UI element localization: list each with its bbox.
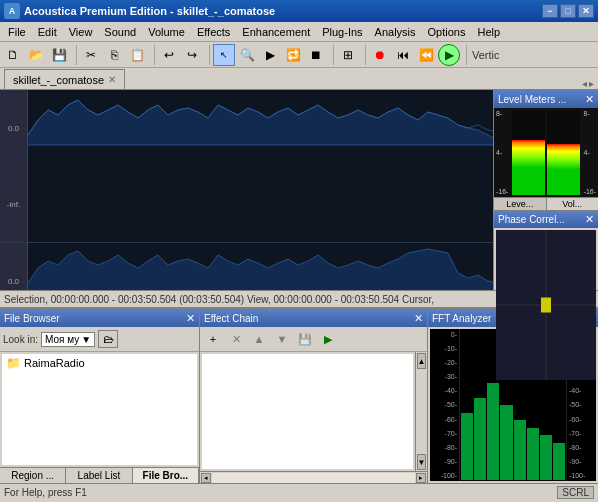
phase-correl-header: Phase Correl... ✕ [494,211,598,228]
eff-remove-btn[interactable]: ✕ [225,329,247,349]
effect-chain-header: Effect Chain ✕ [200,309,427,327]
phase-correl-close[interactable]: ✕ [585,213,594,226]
svg-rect-0 [28,90,493,242]
track1-wave[interactable] [28,90,493,242]
right-panel: Level Meters ... ✕ 8- 4- -16- [493,90,598,290]
lm-tab-vol[interactable]: Vol... [547,198,599,210]
tb-cut[interactable]: ✂ [80,44,102,66]
hscroll-track [212,473,415,483]
menu-options[interactable]: Options [422,24,472,40]
level-meters-panel: Level Meters ... ✕ 8- 4- -16- [494,90,598,210]
eff-down-btn[interactable]: ▼ [271,329,293,349]
level-meters-header: Level Meters ... ✕ [494,90,598,108]
lm-bar-1 [512,110,545,195]
tb-play[interactable]: ▶ [259,44,281,66]
menu-file[interactable]: File [2,24,32,40]
tb-sep5 [362,45,366,65]
tb-record[interactable]: ⏹ [305,44,327,66]
effect-scrollbar[interactable]: ▲ ▼ [415,352,427,471]
tb-zoom[interactable]: 🔍 [236,44,258,66]
eff-save-btn[interactable]: 💾 [294,329,316,349]
eff-up-btn[interactable]: ▲ [248,329,270,349]
minimize-button[interactable]: − [542,4,558,18]
hscroll-left[interactable]: ◂ [201,473,211,483]
scrl-badge: SCRL [557,486,594,499]
fft-ll-20: -20- [430,359,459,366]
effect-chain-close[interactable]: ✕ [414,312,423,325]
look-in-label: Look in: [3,334,38,345]
close-button[interactable]: ✕ [578,4,594,18]
track1: 0.0 -inf. [0,90,493,243]
tb-new[interactable]: 🗋 [2,44,24,66]
fft-rl-90: -90- [567,458,596,465]
tb-save[interactable]: 💾 [48,44,70,66]
tb-rewind[interactable]: ⏪ [415,44,437,66]
tab-nav: ◂ ▸ [582,78,598,89]
fft-rl-60: -60- [567,416,596,423]
look-in-select[interactable]: Моя му ▼ [41,332,95,347]
tb-open[interactable]: 📂 [25,44,47,66]
menu-volume[interactable]: Volume [142,24,191,40]
menu-help[interactable]: Help [471,24,506,40]
track1-val-bot: -inf. [7,200,20,209]
tb-stop2[interactable]: ⏺ [369,44,391,66]
level-meters-close[interactable]: ✕ [585,93,594,106]
tb-select[interactable]: ↖ [213,44,235,66]
maximize-button[interactable]: □ [560,4,576,18]
phase-correl-svg [496,230,596,380]
menu-analysis[interactable]: Analysis [369,24,422,40]
fft-ll-0: 0- [430,331,459,338]
fft-left-labels: 0- -10- -20- -30- -40- -50- -60- -70- -8… [430,329,460,481]
tab-scroll-left[interactable]: ◂ [582,78,587,89]
fft-bar-8 [553,443,565,481]
lm-bar-1-fill [512,140,545,195]
window-title: Acoustica Premium Edition - skillet_-_co… [24,5,542,17]
eff-add-btn[interactable]: + [202,329,224,349]
app-icon: A [4,3,20,19]
lm-bar-2-fill [547,144,580,195]
tab-label: skillet_-_comatose [13,74,104,86]
lm-rlabel-16: -16- [584,188,596,195]
track1-val-top: 0.0 [8,124,19,133]
file-tab-region[interactable]: Region ... [0,468,66,483]
tb-paste[interactable]: 📋 [126,44,148,66]
tb-grid[interactable]: ⊞ [337,44,359,66]
tb-copy[interactable]: ⎘ [103,44,125,66]
tab-close-btn[interactable]: ✕ [108,74,116,85]
fft-rl-40: -40- [567,387,596,394]
file-tab-label[interactable]: Label List [66,468,132,483]
menu-sound[interactable]: Sound [98,24,142,40]
waveform-svg-1 [28,90,493,242]
selection-text: Selection, 00:00:00.000 - 00:03:50.504 (… [4,294,434,305]
hscroll-right[interactable]: ▸ [416,473,426,483]
tab-main[interactable]: skillet_-_comatose ✕ [4,69,125,89]
lm-tab-level[interactable]: Leve... [494,198,547,210]
file-item-raima[interactable]: 📁 RaimaRadio [2,354,197,372]
menu-effects[interactable]: Effects [191,24,236,40]
file-browser-close[interactable]: ✕ [186,312,195,325]
tb-undo[interactable]: ↩ [158,44,180,66]
lm-scale-left: 8- 4- -16- [496,110,510,195]
scroll-down[interactable]: ▼ [417,454,426,470]
tb-redo[interactable]: ↪ [181,44,203,66]
effect-list[interactable] [202,354,413,469]
eff-play-btn[interactable]: ▶ [317,329,339,349]
file-tab-browser[interactable]: File Bro... [133,468,199,483]
track2-wave[interactable] [28,243,493,290]
tab-scroll-right[interactable]: ▸ [589,78,594,89]
fft-ll-70: -70- [430,430,459,437]
tb-prev[interactable]: ⏮ [392,44,414,66]
track1-label: 0.0 -inf. [0,90,28,242]
tb-play2[interactable]: ▶ [438,44,460,66]
menu-enhancement[interactable]: Enhancement [236,24,316,40]
menu-view[interactable]: View [63,24,99,40]
file-nav-btn[interactable]: 🗁 [98,330,118,348]
fft-rl-50: -50- [567,401,596,408]
waveform-section: 0:00:00.000 0:01:00.000 0:02:00.000 0:03… [0,90,598,290]
tb-sep1 [73,45,77,65]
scroll-up[interactable]: ▲ [417,353,426,369]
tb-loop[interactable]: 🔁 [282,44,304,66]
menu-edit[interactable]: Edit [32,24,63,40]
menu-plugins[interactable]: Plug-Ins [316,24,368,40]
lm-label-16: -16- [496,188,508,195]
